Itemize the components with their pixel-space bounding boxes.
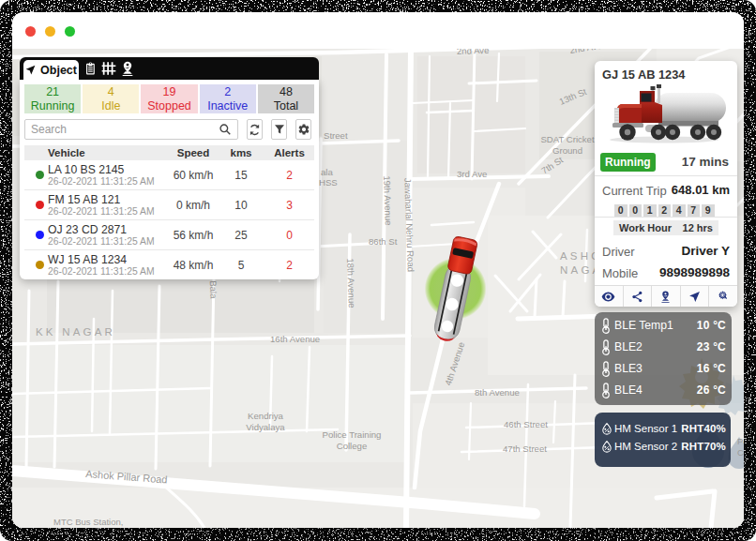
svg-text:Street: Street [324,130,348,141]
svg-text:Vidyalaya: Vidyalaya [246,422,285,432]
svg-text:8th Avenue: 8th Avenue [475,387,520,398]
svg-text:Ground: Ground [552,145,582,156]
svg-text:HSS: HSS [319,177,338,188]
svg-text:Co: Co [737,447,744,458]
svg-text:MTC Bus Station,: MTC Bus Station, [53,517,123,527]
svg-text:Po: Po [737,436,744,446]
svg-text:2nd Ave: 2nd Ave [457,49,490,56]
svg-text:Bala: Bala [208,280,219,299]
svg-text:16th Avenue: 16th Avenue [270,334,320,344]
svg-text:18th Avenue: 18th Avenue [345,258,357,308]
svg-text:46th Street: 46th Street [504,419,548,429]
svg-text:3rd Ave: 3rd Ave [457,169,487,179]
svg-text:Police Training: Police Training [323,429,382,440]
svg-text:College: College [337,441,368,451]
svg-text:19th Avenue: 19th Avenue [382,175,394,226]
svg-text:KK NAGAR: KK NAGAR [36,326,115,338]
svg-text:Kendriya: Kendriya [248,411,284,421]
svg-text:47th Street: 47th Street [503,443,547,454]
svg-text:ala: ala [321,167,333,177]
svg-text:SDAT Cricket: SDAT Cricket [540,134,595,144]
svg-text:86th St: 86th St [369,236,398,247]
